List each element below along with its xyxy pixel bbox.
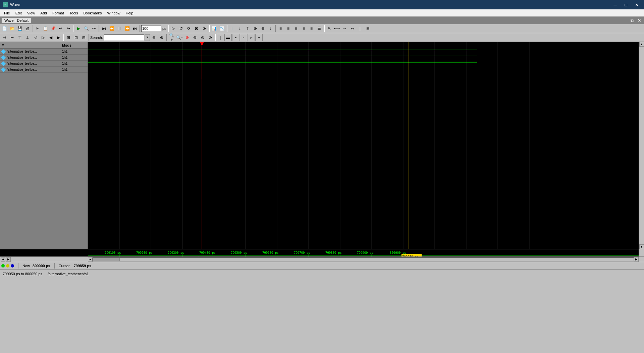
zoom-fit-button[interactable]: ⊕ (183, 34, 191, 41)
tb-run-button[interactable]: ▶ (75, 25, 82, 32)
tab-wave-default[interactable]: Wave - Default (1, 17, 32, 23)
tb-cursor2-button[interactable]: ↓ (236, 25, 244, 32)
menu-edit[interactable]: Edit (13, 9, 24, 16)
tb-mode2-button[interactable]: ⟺ (333, 25, 341, 32)
tb-stop-button[interactable]: ⏸ (116, 25, 123, 32)
tb-save-button[interactable]: 💾 (16, 25, 23, 32)
tb-cut-button[interactable]: ✂ (34, 25, 41, 32)
tb-find-button[interactable]: 🔍 (83, 25, 90, 32)
hscroll-left-button[interactable]: ◀ (88, 257, 93, 262)
marker3-button[interactable]: ▪ (232, 34, 239, 41)
tb-redo-button[interactable]: ↪ (65, 25, 72, 32)
zoom-out-button[interactable]: 🔍- (176, 34, 183, 41)
tb2-7-button[interactable]: ◀ (47, 34, 54, 41)
close-button[interactable]: ✕ (632, 1, 641, 8)
signal-row-1[interactable]: /alternative_testbe... 1h1 (0, 55, 88, 61)
tb2-5-button[interactable]: ◁ (32, 34, 39, 41)
tb-copy-button[interactable]: 📋 (42, 25, 49, 32)
tb2-6-button[interactable]: ▷ (39, 34, 47, 41)
tb2-4-button[interactable]: ⊥ (24, 34, 31, 41)
tb-open-button[interactable]: 📂 (8, 25, 16, 32)
menu-file[interactable]: File (1, 9, 13, 16)
menu-tools[interactable]: Tools (67, 9, 81, 16)
tb-mode5-button[interactable]: | (357, 25, 364, 32)
tb-undo-button[interactable]: ↩ (57, 25, 64, 32)
tb-mode3-button[interactable]: ↔ (341, 25, 348, 32)
vscrollbar[interactable]: ▲ ▼ (639, 42, 644, 249)
marker2-button[interactable]: ▬ (224, 34, 232, 41)
tb2-8-button[interactable]: ▶ (55, 34, 62, 41)
tb-grp1-button[interactable]: ≡ (277, 25, 284, 32)
search-dropdown[interactable]: ▼ (145, 34, 150, 41)
zoom-next-button[interactable]: ⊘ (199, 34, 206, 41)
marker5-button[interactable]: ⌐ (248, 34, 255, 41)
tb-sim4-button[interactable]: ⊠ (193, 25, 200, 32)
tb-grp6-button[interactable]: ☰ (316, 25, 323, 32)
tb2-3-button[interactable]: ⊤ (16, 34, 23, 41)
tb-restart-button[interactable]: ⏮ (100, 25, 108, 32)
tb-wave1-button[interactable]: 📊 (211, 25, 218, 32)
menu-view[interactable]: View (24, 9, 38, 16)
signal-row-3[interactable]: /alternative_testbe... 1h1 (0, 67, 88, 73)
tb-stepback-button[interactable]: ⏪ (108, 25, 115, 32)
menu-format[interactable]: Format (50, 9, 67, 16)
tb2-sig1-button[interactable]: ⊛ (150, 34, 158, 41)
tb2-11-button[interactable]: ⊟ (80, 34, 88, 41)
signal-row-2[interactable]: /alternative_testbe... 1h1 (0, 61, 88, 67)
waveform-display[interactable] (88, 42, 639, 249)
maximize-button[interactable]: □ (621, 1, 631, 8)
tb-print-button[interactable]: 🖨 (24, 25, 31, 32)
tb-wave-button[interactable]: 〜 (90, 25, 98, 32)
tb-stepfwd-button[interactable]: ⏩ (123, 25, 131, 32)
tb-mode6-button[interactable]: ⊞ (364, 25, 372, 32)
minimize-button[interactable]: ─ (610, 1, 620, 8)
tb2-10-button[interactable]: ⊡ (72, 34, 80, 41)
zoom-prev-button[interactable]: ⊖ (191, 34, 199, 41)
tb-sim1-button[interactable]: ▷ (170, 25, 177, 32)
tb-cursor6-button[interactable]: ↕ (267, 25, 274, 32)
menu-window[interactable]: Window (105, 9, 123, 16)
tb2-1-button[interactable]: ⊣ (1, 34, 8, 41)
hscroll-right-button[interactable]: ▶ (634, 257, 639, 262)
signal-expand-icon[interactable]: ▼ (1, 43, 5, 47)
hscroll-track[interactable] (93, 257, 634, 261)
zoom-custom-button[interactable]: ⊙ (207, 34, 214, 41)
tab-detach-button[interactable]: ⧉ (629, 18, 635, 23)
hscroll-right1-button[interactable]: ▶ (6, 257, 11, 262)
menu-help[interactable]: Help (123, 9, 136, 16)
vscroll-up-button[interactable]: ▲ (639, 42, 644, 47)
tb2-sig2-button[interactable]: ⊕ (158, 34, 165, 41)
search-input[interactable] (104, 34, 144, 41)
marker4-button[interactable]: ▫ (240, 34, 247, 41)
zoom-in-button[interactable]: 🔍+ (168, 34, 175, 41)
tb-cursor3-button[interactable]: ⇑ (244, 25, 251, 32)
tb-grp2-button[interactable]: ≡ (285, 25, 292, 32)
tb-cursor5-button[interactable]: ⊕ (259, 25, 267, 32)
tb-sim5-button[interactable]: ⊗ (201, 25, 208, 32)
marker6-button[interactable]: ¬ (255, 34, 263, 41)
tb-mode4-button[interactable]: ⇔ (349, 25, 356, 32)
tb2-2-button[interactable]: ⊢ (8, 34, 16, 41)
tb-end-button[interactable]: ⏭ (131, 25, 139, 32)
menu-add[interactable]: Add (38, 9, 50, 16)
hscroll-thumb[interactable] (93, 258, 120, 261)
marker1-button[interactable]: | (217, 34, 224, 41)
tab-close-button[interactable]: ✕ (636, 18, 643, 23)
hscrollbar[interactable]: ◀ ▶ (88, 257, 639, 262)
time-value-input[interactable] (141, 25, 161, 32)
tb-sim2-button[interactable]: ↺ (177, 25, 185, 32)
tb-grp5-button[interactable]: ≡ (308, 25, 315, 32)
tb2-9-button[interactable]: ⊞ (65, 34, 72, 41)
tb-new-button[interactable]: 📄 (1, 25, 8, 32)
tb-cursor4-button[interactable]: ⊕ (252, 25, 259, 32)
tb-grp3-button[interactable]: ≡ (292, 25, 300, 32)
tb-sim3-button[interactable]: ⟳ (185, 25, 193, 32)
tb-paste-button[interactable]: 📌 (49, 25, 57, 32)
tb-wave2-button[interactable]: 📉 (218, 25, 226, 32)
vscroll-down-button[interactable]: ▼ (639, 244, 644, 249)
tb-grp4-button[interactable]: ≡ (300, 25, 308, 32)
signal-row-0[interactable]: /alternative_testbe... 1h1 (0, 49, 88, 55)
hscroll-left1-button[interactable]: ◀ (1, 257, 5, 262)
menu-bookmarks[interactable]: Bookmarks (80, 9, 104, 16)
tb-cursor1-button[interactable]: ↑ (228, 25, 236, 32)
